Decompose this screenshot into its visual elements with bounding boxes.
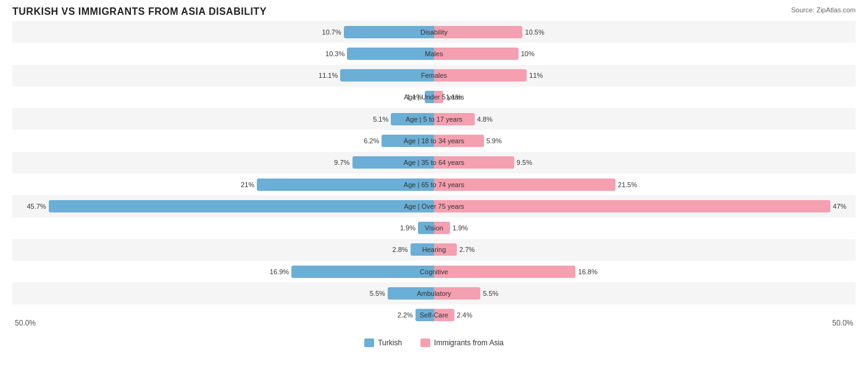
value-left: 21% [241, 181, 254, 188]
value-right: 11% [529, 72, 543, 79]
bar-left [382, 135, 434, 147]
value-right: 9.5% [517, 159, 532, 166]
table-row: Males10.3%10% [12, 43, 856, 64]
bar-right [434, 266, 575, 278]
value-right: 10% [521, 50, 535, 57]
table-row: Age | 18 to 34 years6.2%5.9% [12, 130, 856, 151]
table-row: Age | Under 5 years1.1%1.1% [12, 86, 856, 108]
value-left: 10.7% [322, 28, 341, 36]
immigrants-color-swatch [420, 338, 430, 347]
value-left: 45.7% [27, 203, 46, 210]
bar-left [411, 243, 434, 256]
chart-title: TURKISH VS IMMIGRANTS FROM ASIA DISABILI… [12, 6, 856, 17]
table-row: Age | Over 75 years45.7%47% [12, 195, 856, 217]
value-right: 10.5% [525, 28, 545, 36]
bar-left [347, 48, 434, 60]
table-row: Disability10.7%10.5% [12, 21, 856, 43]
turkish-color-swatch [364, 338, 374, 347]
turkish-label: Turkish [378, 338, 402, 347]
table-row: Hearing2.8%2.7% [12, 239, 856, 261]
legend-turkish: Turkish [364, 338, 402, 347]
rows-wrapper: Disability10.7%10.5%Males10.3%10%Females… [12, 21, 856, 308]
immigrants-label: Immigrants from Asia [434, 338, 504, 347]
axis-labels: 50.0% 50.0% [12, 319, 856, 327]
value-left: 1.9% [400, 224, 415, 232]
value-right: 21.5% [618, 181, 637, 188]
chart-area: Disability10.7%10.5%Males10.3%10%Females… [12, 21, 856, 350]
bar-right [434, 48, 519, 60]
table-row: Cognitive16.9%16.8% [12, 261, 856, 282]
value-right: 47% [833, 203, 846, 210]
source-credit: Source: ZipAtlas.com [791, 6, 856, 14]
chart-container: TURKISH VS IMMIGRANTS FROM ASIA DISABILI… [0, 0, 868, 378]
value-right: 1.1% [446, 93, 461, 101]
value-left: 16.9% [270, 268, 289, 275]
bar-right [434, 113, 475, 125]
bar-right [434, 200, 830, 212]
value-left: 2.2% [398, 311, 413, 319]
bar-right [434, 243, 457, 256]
bar-left [353, 156, 435, 169]
value-right: 5.9% [486, 137, 502, 145]
bar-left [391, 113, 434, 125]
value-right: 2.4% [457, 311, 472, 319]
bar-left [425, 91, 434, 103]
value-left: 2.8% [393, 246, 408, 253]
bar-right [434, 222, 450, 234]
value-right: 1.9% [453, 224, 468, 232]
bar-left [257, 178, 434, 191]
table-row: Age | 35 to 64 years9.7%9.5% [12, 152, 856, 174]
bar-right [434, 156, 514, 169]
value-left: 1.1% [407, 93, 422, 101]
value-left: 10.3% [325, 50, 344, 57]
bar-right [434, 91, 443, 103]
bar-right [434, 69, 527, 82]
legend-immigrants: Immigrants from Asia [420, 338, 504, 347]
bar-right [434, 287, 480, 300]
bar-left [344, 26, 434, 38]
table-row: Age | 5 to 17 years5.1%4.8% [12, 108, 856, 130]
table-row: Vision1.9%1.9% [12, 217, 856, 239]
bar-left [340, 69, 434, 82]
value-right: 4.8% [477, 116, 493, 123]
bar-left [388, 287, 434, 300]
bar-left [291, 266, 434, 278]
value-right: 16.8% [578, 268, 598, 275]
value-left: 11.1% [319, 72, 338, 79]
value-right: 2.7% [459, 246, 475, 253]
bar-right [434, 135, 484, 147]
legend: Turkish Immigrants from Asia [12, 338, 856, 347]
value-left: 6.2% [364, 137, 379, 145]
value-left: 5.1% [373, 116, 388, 123]
axis-right: 50.0% [832, 319, 853, 327]
value-left: 5.5% [370, 290, 385, 297]
bar-left [418, 222, 434, 234]
bar-right [434, 26, 522, 38]
value-right: 5.5% [483, 290, 498, 297]
value-left: 9.7% [334, 159, 349, 166]
table-row: Ambulatory5.5%5.5% [12, 282, 856, 304]
table-row: Age | 65 to 74 years21%21.5% [12, 174, 856, 195]
table-row: Females11.1%11% [12, 65, 856, 86]
axis-left: 50.0% [15, 319, 36, 327]
bar-left [49, 200, 434, 212]
bar-right [434, 178, 616, 191]
